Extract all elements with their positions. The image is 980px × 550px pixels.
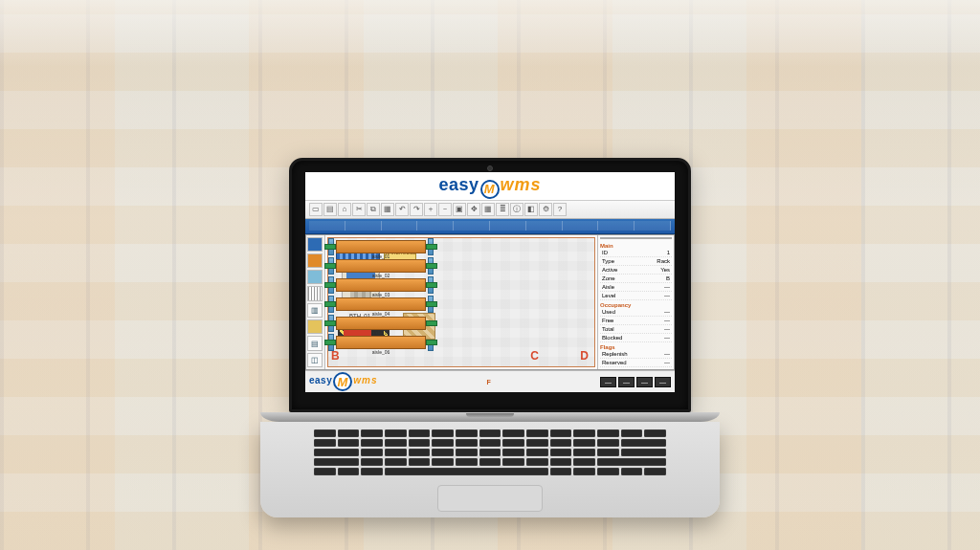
sidetool-6[interactable] [307,319,323,334]
tool-color[interactable]: ◧ [524,203,538,216]
ruler-seg [526,221,563,231]
status-seg[interactable]: — [618,377,635,387]
rack-aisle[interactable]: aisle_06 [328,334,434,351]
panel-row: Used— [600,308,672,317]
zone-label-d: D [580,349,589,363]
tool-info[interactable]: ⓘ [510,203,523,216]
app-body: ▥ ▤ ◫ EASYWMS WAREHOUSE BTH_01 aisle_01 … [305,234,675,371]
laptop-mockup: easyMwms ▭ ▤ ⌂ ✂ ⧉ ▦ ↶ ↷ ＋ － ▣ ✥ ▦ ≣ ⓘ ◧ [289,158,691,517]
tool-copy[interactable]: ⧉ [367,203,380,216]
brand-wms: wms [501,175,542,194]
ruler-seg [345,221,382,231]
laptop-trackpad [437,485,543,512]
status-seg[interactable]: — [600,377,616,387]
ruler-seg [309,221,345,231]
laptop-keyboard [260,422,720,517]
panel-row: Blocked— [600,334,672,342]
side-toolbar: ▥ ▤ ◫ [306,235,325,370]
zone-label-c: C [530,349,539,363]
ruler-seg [563,221,599,231]
tool-select[interactable]: ▣ [453,203,466,216]
ruler-seg [490,221,526,231]
footer-brand: easyMwms [309,372,377,391]
tool-layers[interactable]: ≣ [496,203,509,216]
panel-row: Aisle— [600,283,672,292]
main-toolbar: ▭ ▤ ⌂ ✂ ⧉ ▦ ↶ ↷ ＋ － ▣ ✥ ▦ ≣ ⓘ ◧ ⚙ ? [305,201,675,219]
panel-row: ActiveYes [600,266,672,275]
ruler-seg [598,221,635,231]
tool-save[interactable]: ⌂ [338,203,351,216]
ruler-seg [417,221,454,231]
laptop-hinge [260,412,720,422]
panel-row: Total— [600,325,672,334]
brand-easy: easy [438,175,479,194]
panel-row: Level— [600,292,672,300]
ruler-bar [305,219,675,234]
panel-row: TypeRack [600,257,672,266]
tool-undo[interactable]: ↶ [395,203,409,216]
rack-aisle[interactable]: aisle_05 [328,315,434,332]
tool-paste[interactable]: ▦ [381,203,394,216]
panel-hdr-2: Occupancy [600,300,672,308]
rack-aisle[interactable]: aisle_03 [328,276,434,294]
ruler-seg [454,221,490,231]
panel-hdr-1: Main [600,241,672,249]
sidetool-1[interactable] [307,237,323,252]
brand-logo: easyMwms [438,175,541,194]
tool-redo[interactable]: ↷ [410,203,423,216]
webcam-dot [487,165,493,171]
tool-grid[interactable]: ▦ [481,203,495,216]
status-bar: easyMwms F — — — — [305,370,675,392]
tool-zoomout[interactable]: － [438,203,452,216]
status-seg[interactable]: — [636,377,653,387]
zone-label-b: B [331,349,340,363]
app-title-header: easyMwms [305,172,675,201]
ruler-seg [635,221,671,231]
tool-move[interactable]: ✥ [467,203,480,216]
sidetool-2[interactable] [307,253,323,268]
brand-logo-badge: M [480,180,500,199]
tool-open[interactable]: ▤ [323,203,337,216]
tool-zoomin[interactable]: ＋ [424,203,437,216]
laptop-bezel: easyMwms ▭ ▤ ⌂ ✂ ⧉ ▦ ↶ ↷ ＋ － ▣ ✥ ▦ ≣ ⓘ ◧ [289,158,691,412]
status-seg[interactable]: — [655,377,671,387]
footer-zone-f: F [487,379,491,385]
sidetool-5[interactable]: ▥ [307,303,323,318]
tool-help[interactable]: ? [553,203,567,216]
footer-status-segments: — — — — [600,377,671,387]
app-screen: easyMwms ▭ ▤ ⌂ ✂ ⧉ ▦ ↶ ↷ ＋ － ▣ ✥ ▦ ≣ ⓘ ◧ [305,172,675,392]
panel-gradient [600,237,672,240]
tool-new[interactable]: ▭ [309,203,323,216]
aisle-label: aisle_06 [372,349,390,355]
sidetool-8[interactable]: ◫ [307,353,323,367]
panel-row: ID1 [600,249,672,257]
panel-row: Reserved— [600,359,672,367]
rack-aisle[interactable]: aisle_01 [328,238,434,255]
layout-canvas[interactable]: EASYWMS WAREHOUSE BTH_01 aisle_01 aisle_… [327,237,595,368]
tool-cut[interactable]: ✂ [352,203,366,216]
tool-settings[interactable]: ⚙ [539,203,552,216]
panel-row: Free— [600,317,672,325]
sidetool-4[interactable] [307,286,323,300]
ruler-seg [382,221,418,231]
rack-aisle[interactable]: aisle_04 [328,296,434,313]
panel-hdr-3: Flags [600,342,672,350]
properties-panel: Main ID1 TypeRack ActiveYes ZoneB Aisle—… [597,235,674,370]
rack-aisle[interactable]: aisle_02 [328,257,434,275]
sidetool-7[interactable]: ▤ [307,336,323,350]
keyboard-keys [314,429,666,475]
sidetool-3[interactable] [307,270,323,284]
panel-row: ZoneB [600,275,672,283]
panel-row: Replenish— [600,350,672,359]
